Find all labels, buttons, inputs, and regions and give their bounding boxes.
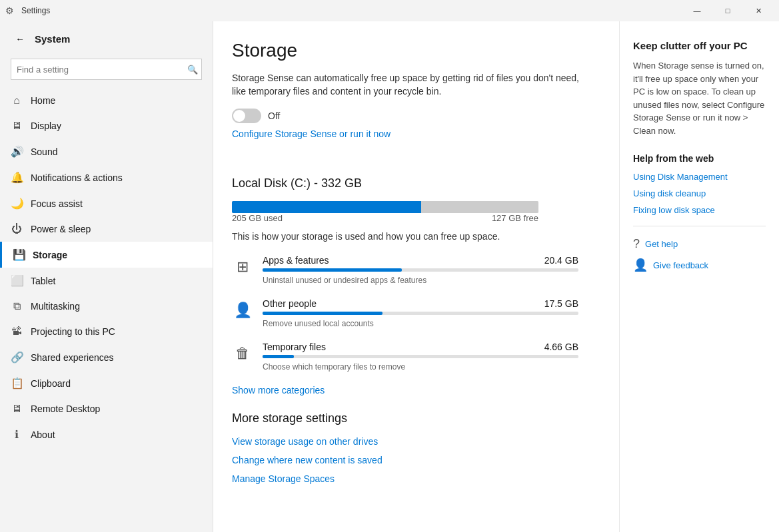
sidebar-item-icon-about: ℹ [11, 428, 23, 441]
storage-sense-toggle[interactable] [232, 109, 261, 123]
toggle-knob [233, 110, 245, 122]
storage-mini-bar-fill-other [263, 312, 383, 315]
storage-description: Storage Sense can automatically free up … [232, 72, 592, 98]
storage-item-header-other: Other people 17.5 GB [263, 298, 578, 309]
sidebar-item-icon-display: 🖥 [11, 120, 23, 132]
sidebar-item-label-shared: Shared experiences [31, 352, 114, 363]
sidebar-item-storage[interactable]: 💾 Storage [0, 242, 213, 268]
storage-item-desc-other: Remove unused local accounts [263, 319, 374, 328]
show-more-link[interactable]: Show more categories [232, 385, 325, 396]
disk-bar-container: 205 GB used 127 GB free [232, 201, 592, 223]
give-feedback-row: 👤 Give feedback [633, 258, 766, 272]
storage-item-icon-apps: ⊞ [232, 256, 253, 278]
sidebar-item-clipboard[interactable]: 📋 Clipboard [0, 370, 213, 396]
sidebar-item-projecting[interactable]: 📽 Projecting to this PC [0, 319, 213, 344]
storage-item-header-apps: Apps & features 20.4 GB [263, 255, 578, 266]
sidebar-item-multitasking[interactable]: ⧉ Multitasking [0, 294, 213, 319]
storage-item-desc-apps: Uninstall unused or undesired apps & fea… [263, 276, 426, 285]
more-storage-title: More storage settings [232, 411, 592, 425]
sidebar-item-icon-notifications: 🔔 [11, 171, 23, 184]
give-feedback-link[interactable]: Give feedback [653, 260, 708, 270]
back-icon: ← [15, 34, 24, 44]
page-title: Storage [232, 40, 592, 61]
main-content: ← System 🔍 ⌂ Home 🖥 Display 🔊 Sound 🔔 No… [0, 21, 779, 532]
disk-used-label: 205 GB used [232, 213, 283, 223]
minimize-button[interactable]: — [682, 0, 712, 21]
sidebar-nav-top: ← System [0, 21, 213, 56]
give-feedback-icon: 👤 [633, 258, 648, 272]
search-input[interactable] [11, 59, 202, 80]
sidebar-item-label-multitasking: Multitasking [31, 301, 80, 312]
sidebar-item-icon-projecting: 📽 [11, 326, 23, 338]
more-storage-links: View storage usage on other drivesChange… [232, 436, 592, 484]
sidebar-item-label-power: Power & sleep [31, 224, 91, 234]
sidebar-item-shared[interactable]: 🔗 Shared experiences [0, 344, 213, 370]
keep-clutter-title: Keep clutter off your PC [633, 40, 766, 51]
more-storage-link-change-where-new-content-is-saved[interactable]: Change where new content is saved [232, 455, 592, 465]
sidebar-item-icon-multitasking: ⧉ [11, 300, 23, 312]
sidebar-item-tablet[interactable]: ⬜ Tablet [0, 268, 213, 294]
disk-bar [232, 201, 538, 213]
sidebar-items-container: ⌂ Home 🖥 Display 🔊 Sound 🔔 Notifications… [0, 88, 213, 447]
storage-item-temp[interactable]: 🗑 Temporary files 4.66 GB Choose which t… [232, 342, 578, 372]
sidebar-item-notifications[interactable]: 🔔 Notifications & actions [0, 164, 213, 190]
sidebar-item-sound[interactable]: 🔊 Sound [0, 138, 213, 164]
maximize-button[interactable]: □ [712, 0, 743, 21]
sidebar-item-label-sound: Sound [31, 146, 57, 157]
right-panel: Keep clutter off your PC When Storage se… [619, 21, 779, 532]
disk-labels: 205 GB used 127 GB free [232, 213, 538, 223]
storage-mini-bar-temp [263, 355, 578, 358]
sidebar-item-icon-storage: 💾 [13, 248, 25, 261]
storage-item-size-temp: 4.66 GB [544, 342, 578, 352]
sidebar-item-label-clipboard: Clipboard [31, 378, 71, 389]
sidebar-item-label-focus: Focus assist [31, 198, 83, 209]
more-storage-link-manage-storage-spaces[interactable]: Manage Storage Spaces [232, 473, 592, 484]
sidebar-item-label-notifications: Notifications & actions [31, 172, 123, 183]
sidebar-item-remote[interactable]: 🖥 Remote Desktop [0, 396, 213, 421]
sidebar: ← System 🔍 ⌂ Home 🖥 Display 🔊 Sound 🔔 No… [0, 21, 213, 532]
sidebar-item-label-remote: Remote Desktop [31, 403, 100, 414]
help-link-using-disk-management[interactable]: Using Disk Management [633, 172, 766, 182]
help-from-web-title: Help from the web [633, 153, 766, 164]
sidebar-item-display[interactable]: 🖥 Display [0, 113, 213, 138]
storage-mini-bar-fill-temp [263, 355, 294, 358]
sidebar-item-about[interactable]: ℹ About [0, 421, 213, 447]
sidebar-section-heading: System [35, 33, 70, 45]
close-button[interactable]: ✕ [743, 0, 774, 21]
help-link-fixing-low-disk-space[interactable]: Fixing low disk space [633, 205, 766, 215]
storage-item-name-apps: Apps & features [263, 255, 329, 266]
help-links-container: Using Disk ManagementUsing disk cleanupF… [633, 172, 766, 215]
sidebar-item-label-storage: Storage [33, 250, 67, 260]
get-help-icon: ? [633, 237, 640, 251]
titlebar: ⚙ Settings — □ ✕ [0, 0, 779, 21]
storage-item-icon-other: 👤 [232, 300, 253, 321]
configure-link[interactable]: Configure Storage Sense or run it now [232, 129, 390, 139]
sidebar-item-icon-power: ⏻ [11, 223, 23, 235]
storage-mini-bar-fill-apps [263, 268, 402, 272]
sidebar-item-icon-clipboard: 📋 [11, 377, 23, 390]
storage-item-icon-temp: 🗑 [232, 343, 253, 364]
storage-sense-toggle-row: Off [232, 109, 592, 123]
get-help-link[interactable]: Get help [645, 239, 678, 249]
storage-item-content-apps: Apps & features 20.4 GB Uninstall unused… [263, 255, 578, 285]
back-button[interactable]: ← [11, 29, 29, 48]
more-storage-link-view-storage-usage-on-other-drives[interactable]: View storage usage on other drives [232, 436, 592, 447]
storage-item-content-other: Other people 17.5 GB Remove unused local… [263, 298, 578, 328]
storage-item-apps[interactable]: ⊞ Apps & features 20.4 GB Uninstall unus… [232, 255, 578, 285]
storage-item-size-other: 17.5 GB [544, 298, 578, 309]
storage-item-desc-temp: Choose which temporary files to remove [263, 362, 405, 372]
sidebar-search: 🔍 [0, 56, 213, 88]
help-link-using-disk-cleanup[interactable]: Using disk cleanup [633, 188, 766, 198]
storage-item-content-temp: Temporary files 4.66 GB Choose which tem… [263, 342, 578, 372]
sidebar-item-home[interactable]: ⌂ Home [0, 88, 213, 113]
disk-title: Local Disk (C:) - 332 GB [232, 176, 592, 190]
get-help-row: ? Get help [633, 237, 766, 251]
sidebar-item-icon-home: ⌂ [11, 95, 23, 107]
storage-mini-bar-apps [263, 268, 578, 272]
content-area: Storage Storage Sense can automatically … [213, 21, 619, 532]
sidebar-item-label-about: About [31, 429, 55, 440]
storage-item-other[interactable]: 👤 Other people 17.5 GB Remove unused loc… [232, 298, 578, 328]
sidebar-item-power[interactable]: ⏻ Power & sleep [0, 216, 213, 242]
disk-description: This is how your storage is used and how… [232, 231, 592, 242]
sidebar-item-focus[interactable]: 🌙 Focus assist [0, 190, 213, 216]
